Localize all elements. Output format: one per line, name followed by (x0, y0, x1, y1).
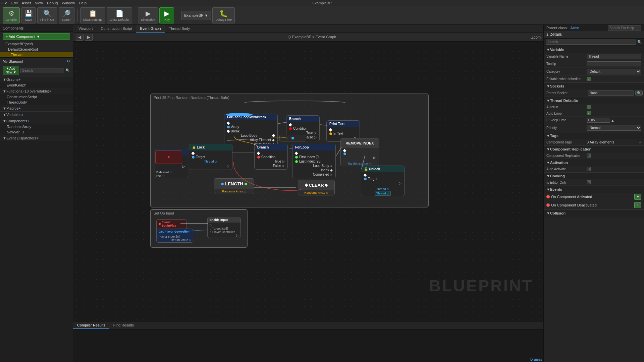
add-deactivated-event-button[interactable]: + (634, 202, 641, 208)
node-remove-index[interactable]: REMOVE INDEX ▷ Randoms Array ◇ (340, 138, 379, 166)
section-replication-header[interactable]: ▼ Component Replication (544, 146, 644, 153)
class-settings-button[interactable]: 📋 Class Settings (80, 7, 106, 23)
tab-thread-body[interactable]: Thread Body (165, 25, 194, 33)
add-dispatcher-button[interactable]: + (36, 136, 38, 140)
menu-item-asset[interactable]: Asset (22, 1, 31, 5)
tree-item-examplebp[interactable]: ExampleBP(self) (0, 41, 73, 47)
add-variable-button[interactable]: + (21, 113, 23, 117)
node-forloop[interactable]: ForLoop First Index [0] Last Index [25] … (292, 144, 336, 178)
menu-item-window[interactable]: Window (62, 1, 75, 5)
section-thread-defaults: ▼ Thread Defaults Autorun ✓ Auto Loop ✓ … (544, 97, 644, 132)
save-button[interactable]: 💾 Save (21, 7, 36, 23)
tab-event-graph[interactable]: Event Graph (136, 25, 165, 33)
section-activation-header[interactable]: ▼ Activation (544, 159, 644, 166)
parent-socket-input[interactable] (588, 90, 634, 96)
section-components[interactable]: ▼ Components + (0, 118, 73, 124)
section-tags-header[interactable]: ▼ Tags (544, 132, 644, 139)
blueprint-search-input[interactable] (20, 68, 64, 73)
node-unlock[interactable]: 🔓 Unlock Target ▷ Thread ◇ Thread ◇ (361, 166, 405, 196)
section-functions[interactable]: ▼ Functions (18 overridable) + (0, 88, 73, 94)
menu-item-file[interactable]: File (1, 1, 7, 5)
node-enable-input[interactable]: Enable Input ▷ ○ Target [self] ○ Player … (207, 217, 241, 238)
node-connector1[interactable] (279, 135, 306, 141)
category-select[interactable]: Default (587, 69, 641, 74)
play-button[interactable]: ▶ Play (159, 7, 174, 23)
debug-filter-dropdown[interactable]: ExampleBP ▼ (181, 11, 211, 20)
find-in-cb-button[interactable]: 🔍 Find in CB (37, 7, 57, 23)
menu-item-edit[interactable]: Edit (11, 1, 18, 5)
pin-label: Index ◆ (321, 168, 333, 172)
section-graphs[interactable]: ▼ Graphs + (0, 76, 73, 82)
sleeptime-stepper[interactable]: ▲ (611, 118, 614, 122)
tree-item-thread[interactable]: Thread (0, 52, 73, 57)
menu-item-view[interactable]: View (35, 1, 43, 5)
debug-filter-button[interactable]: 🐛 Debug Filter (212, 7, 235, 23)
add-component-button[interactable]: + Add Component ▼ (3, 33, 70, 40)
section-variable-header[interactable]: ▼ Variable (544, 46, 644, 53)
tab-viewport[interactable]: Viewport (74, 25, 97, 33)
tooltip-value[interactable] (587, 61, 641, 66)
blueprint-item-threadbody[interactable]: ThreadBody (0, 100, 73, 105)
graph-canvas[interactable]: Print 25 First Random Numbers (Thread Sa… (73, 42, 543, 322)
nav-back-button[interactable]: ◀ (76, 34, 84, 41)
section-sockets-header[interactable]: ▼ Sockets (544, 83, 644, 89)
section-cooking-header[interactable]: ▼ Cooking (544, 173, 644, 179)
priority-select[interactable]: Normal (587, 125, 641, 131)
priority-value[interactable]: Normal (587, 125, 641, 131)
node-length[interactable]: LENGTH Randoms Array ◇ (214, 178, 254, 194)
add-graph-button[interactable]: + (18, 77, 20, 81)
category-value[interactable]: Default (587, 69, 641, 74)
editable-checkbox[interactable]: ✓ (587, 77, 591, 81)
add-function-button[interactable]: + (49, 89, 51, 93)
section-events-header[interactable]: ▼ Events (544, 186, 644, 193)
autorun-checkbox[interactable]: ✓ (587, 105, 591, 109)
section-collision-header[interactable]: ▼ Collision (544, 210, 644, 217)
add-tag-button[interactable]: + (639, 140, 641, 144)
node-randoms-array1[interactable] (226, 113, 253, 116)
blueprint-item-construction[interactable]: ConstructionScript (0, 94, 73, 100)
node-branch2[interactable]: Branch Condition True ▷ False ▷ (254, 144, 288, 170)
node-p[interactable]: P (155, 150, 182, 164)
blueprint-item-randoms-array[interactable]: RandomsArray (0, 124, 73, 129)
sleeptime-value[interactable]: ▲ (587, 118, 641, 123)
bottom-tab-find-results[interactable]: Find Results (109, 322, 138, 329)
blueprint-item-event-graph[interactable]: EventGraph (0, 82, 73, 88)
section-components-label: Components (6, 119, 27, 123)
section-thread-defaults-header[interactable]: ▼ Thread Defaults (544, 97, 644, 104)
node-lock[interactable]: 🔒 Lock Target Thread ◇ ▷ (189, 144, 232, 170)
menu-item-debug[interactable]: Debug (47, 1, 58, 5)
editable-value[interactable]: ✓ (587, 77, 641, 81)
section-macros[interactable]: ▼ Macros + (0, 105, 73, 111)
node-clear[interactable]: CLEAR Randoms Array ◇ (298, 180, 335, 195)
section-variables[interactable]: ▼ Variables + (0, 111, 73, 118)
variable-name-value[interactable] (587, 54, 641, 59)
search-button[interactable]: 🔎 Search (59, 7, 74, 23)
tooltip-input[interactable] (587, 61, 641, 66)
nav-forward-button[interactable]: ▶ (85, 34, 93, 41)
autoloop-checkbox[interactable]: ✓ (587, 111, 591, 115)
tab-construction-script[interactable]: Construction Script (97, 25, 136, 33)
variable-name-input[interactable] (587, 54, 641, 59)
replicates-checkbox[interactable]: □ (587, 154, 591, 158)
add-macro-button[interactable]: + (18, 106, 20, 110)
socket-search-button[interactable]: 🔍 (635, 90, 643, 96)
add-component-section-button[interactable]: + (27, 119, 29, 123)
simulation-button[interactable]: ▶ Simulation (138, 7, 158, 23)
sleeptime-input[interactable] (587, 118, 610, 123)
class-defaults-button[interactable]: 📄 Class Defaults (107, 7, 132, 23)
bottom-tab-compiler-results[interactable]: Compiler Results (73, 322, 109, 329)
tree-item-defaultsceneroot[interactable]: DefaultSceneRoot (0, 47, 73, 52)
right-top-search[interactable] (608, 25, 641, 31)
section-dispatchers[interactable]: ▼ Event Dispatchers + (0, 135, 73, 141)
add-new-button[interactable]: + Add New ▼ (3, 66, 19, 75)
compile-button[interactable]: ⚙ Compile (3, 7, 20, 23)
auto-activate-checkbox[interactable]: □ (587, 167, 591, 171)
my-blueprint-options-icon[interactable]: ⚙ (67, 59, 70, 63)
add-activated-event-button[interactable]: + (634, 194, 641, 200)
editor-only-checkbox[interactable]: □ (587, 180, 591, 184)
dismiss-button[interactable]: Dismiss (530, 358, 542, 361)
details-search-input[interactable] (546, 40, 636, 45)
blueprint-item-newvar[interactable]: NewVar_0 (0, 129, 73, 135)
menu-item-help[interactable]: Help (79, 1, 87, 5)
node-get-player-controller[interactable]: Get Player Controller Player Index [0] R… (156, 229, 193, 243)
